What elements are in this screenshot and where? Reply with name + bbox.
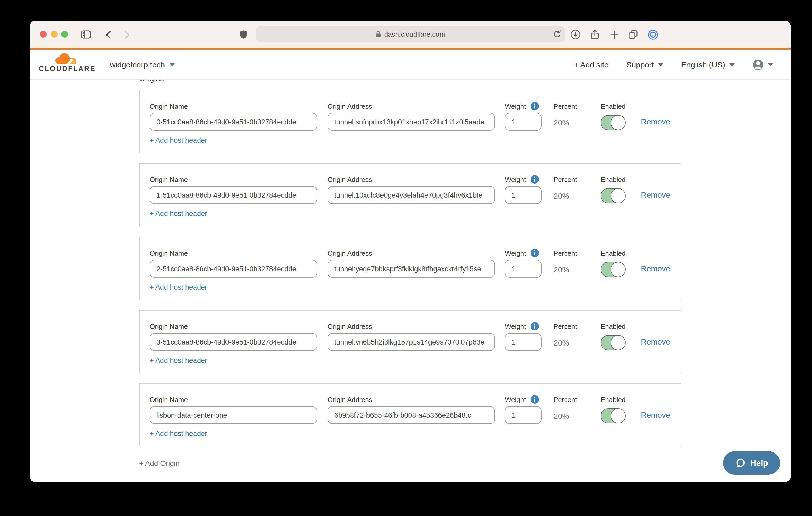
language-menu[interactable]: English (US) bbox=[681, 60, 734, 69]
help-button[interactable]: Help bbox=[723, 451, 780, 475]
percent-label: Percent bbox=[554, 175, 577, 184]
cloudflare-logo: CLOUDFLARE bbox=[39, 51, 97, 73]
minimize-window-button[interactable] bbox=[51, 31, 57, 38]
lock-icon bbox=[376, 31, 381, 38]
dashboard-header: CLOUDFLARE widgetcorp.tech + Add site Su… bbox=[30, 50, 790, 80]
enabled-toggle[interactable] bbox=[601, 335, 625, 350]
close-window-button[interactable] bbox=[40, 31, 47, 38]
remove-origin-link[interactable]: Remove bbox=[641, 264, 670, 273]
back-icon[interactable] bbox=[103, 29, 114, 40]
chat-bubble-icon bbox=[735, 458, 746, 468]
forward-icon[interactable] bbox=[122, 29, 133, 40]
add-host-header-link[interactable]: + Add host header bbox=[150, 430, 207, 437]
origin-address-input[interactable] bbox=[327, 113, 495, 131]
origin-address-label: Origin Address bbox=[327, 322, 495, 331]
chevron-down-icon bbox=[658, 63, 663, 66]
origin-address-input[interactable] bbox=[327, 260, 495, 278]
origin-address-input[interactable] bbox=[327, 186, 495, 204]
user-icon bbox=[752, 59, 764, 70]
weight-input[interactable] bbox=[505, 113, 542, 131]
enabled-toggle[interactable] bbox=[601, 188, 625, 203]
add-site-button[interactable]: + Add site bbox=[574, 60, 609, 69]
add-origin-button[interactable]: + Add Origin bbox=[139, 459, 180, 467]
page-content: Origins CLOUDFLARE widgetcorp.tech bbox=[30, 50, 790, 482]
percent-value: 20% bbox=[554, 412, 577, 420]
percent-label: Percent bbox=[554, 248, 577, 258]
toggle-knob bbox=[610, 188, 626, 203]
address-bar[interactable]: dash.cloudflare.com bbox=[256, 26, 565, 42]
weight-label: Weight bbox=[505, 102, 526, 110]
toggle-knob bbox=[610, 115, 626, 130]
new-tab-icon[interactable] bbox=[609, 29, 619, 40]
percent-value: 20% bbox=[554, 118, 577, 127]
enabled-label: Enabled bbox=[601, 395, 626, 404]
enabled-label: Enabled bbox=[601, 175, 626, 184]
origin-address-label: Origin Address bbox=[327, 248, 495, 258]
header-nav: + Add site Support English (US) bbox=[574, 50, 773, 80]
info-icon[interactable] bbox=[530, 249, 539, 257]
reload-icon[interactable] bbox=[552, 29, 561, 40]
tab-overview-icon[interactable] bbox=[628, 29, 638, 40]
origin-name-label: Origin Name bbox=[150, 175, 317, 184]
support-menu[interactable]: Support bbox=[627, 60, 663, 69]
weight-label: Weight bbox=[505, 175, 526, 183]
origin-name-input[interactable] bbox=[150, 333, 317, 351]
origin-name-input[interactable] bbox=[150, 113, 317, 131]
browser-toolbar: dash.cloudflare.com bbox=[30, 21, 790, 48]
add-host-header-link[interactable]: + Add host header bbox=[150, 210, 207, 217]
info-icon[interactable] bbox=[530, 102, 539, 110]
percent-label: Percent bbox=[554, 395, 577, 404]
share-icon[interactable] bbox=[590, 29, 600, 40]
enabled-toggle[interactable] bbox=[601, 115, 625, 130]
origin-name-input[interactable] bbox=[150, 260, 317, 278]
origin-card: Origin Name Origin Address Weight Percen… bbox=[139, 163, 681, 226]
privacy-shield-icon[interactable] bbox=[238, 29, 249, 40]
percent-value: 20% bbox=[554, 191, 577, 200]
origin-name-label: Origin Name bbox=[150, 101, 317, 111]
enabled-toggle[interactable] bbox=[601, 262, 625, 277]
origin-name-input[interactable] bbox=[150, 186, 317, 204]
info-icon[interactable] bbox=[530, 322, 539, 330]
add-host-header-link[interactable]: + Add host header bbox=[150, 136, 207, 144]
weight-input[interactable] bbox=[505, 186, 542, 204]
chevron-down-icon bbox=[768, 63, 773, 66]
toggle-knob bbox=[610, 262, 626, 277]
origin-name-label: Origin Name bbox=[150, 395, 317, 404]
weight-input[interactable] bbox=[505, 333, 542, 351]
add-host-header-link[interactable]: + Add host header bbox=[150, 283, 207, 291]
origin-address-input[interactable] bbox=[327, 333, 495, 351]
site-name: widgetcorp.tech bbox=[110, 60, 165, 69]
chevron-down-icon bbox=[170, 63, 175, 66]
onepassword-extension-icon[interactable] bbox=[648, 29, 658, 40]
origin-address-input[interactable] bbox=[327, 406, 495, 424]
weight-input[interactable] bbox=[505, 406, 542, 424]
downloads-icon[interactable] bbox=[570, 29, 581, 40]
chevron-down-icon bbox=[729, 63, 734, 66]
add-host-header-link[interactable]: + Add host header bbox=[150, 357, 207, 364]
weight-input[interactable] bbox=[505, 260, 542, 278]
toggle-knob bbox=[610, 408, 626, 423]
remove-origin-link[interactable]: Remove bbox=[641, 411, 670, 419]
origin-name-label: Origin Name bbox=[150, 322, 317, 331]
remove-origin-link[interactable]: Remove bbox=[641, 337, 670, 346]
weight-label: Weight bbox=[505, 395, 526, 403]
enabled-toggle[interactable] bbox=[601, 408, 625, 423]
origin-card: Origin Name Origin Address Weight Percen… bbox=[139, 310, 681, 373]
percent-label: Percent bbox=[554, 322, 577, 331]
origin-name-input[interactable] bbox=[150, 406, 317, 424]
url-text: dash.cloudflare.com bbox=[384, 30, 445, 38]
cloudflare-wordmark: CLOUDFLARE bbox=[39, 65, 97, 73]
enabled-label: Enabled bbox=[601, 322, 626, 331]
info-icon[interactable] bbox=[530, 395, 539, 403]
info-icon[interactable] bbox=[530, 175, 539, 183]
zoom-window-button[interactable] bbox=[61, 31, 68, 38]
site-selector[interactable]: widgetcorp.tech bbox=[110, 50, 175, 80]
enabled-label: Enabled bbox=[601, 101, 626, 111]
origin-address-label: Origin Address bbox=[327, 175, 495, 184]
remove-origin-link[interactable]: Remove bbox=[641, 190, 670, 199]
percent-value: 20% bbox=[554, 338, 577, 347]
sidebar-toggle-icon[interactable] bbox=[81, 29, 91, 40]
toggle-knob bbox=[610, 335, 626, 350]
remove-origin-link[interactable]: Remove bbox=[641, 117, 670, 126]
account-menu[interactable] bbox=[752, 59, 773, 70]
